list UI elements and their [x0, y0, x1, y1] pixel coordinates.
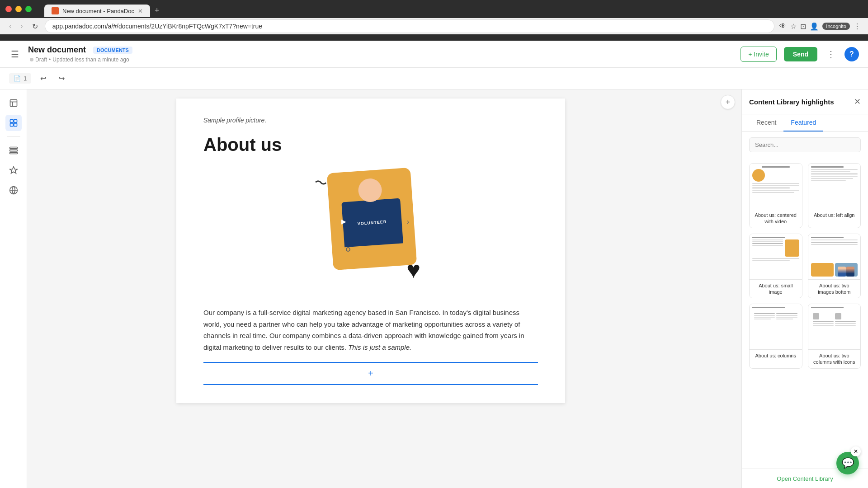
document-page: Sample profile picture. About us 〜: [176, 99, 565, 403]
template-thumb-4: [808, 234, 861, 279]
updated-text: Updated less than a minute ago: [52, 56, 129, 63]
about-image-container: 〜 VOLUNTEER: [203, 166, 538, 292]
svg-rect-5: [10, 123, 13, 127]
squiggle-decoration: 〜: [313, 174, 328, 193]
svg-rect-4: [14, 120, 17, 123]
sample-caption: Sample profile picture.: [203, 117, 538, 124]
page-number: 1: [24, 75, 27, 82]
privacy-icon: 👁: [779, 22, 787, 30]
active-tab[interactable]: New document - PandaDoc ✕: [44, 5, 150, 17]
close-window-button[interactable]: [5, 6, 12, 12]
sidebar-icon-grid[interactable]: [5, 182, 22, 198]
template-card-3[interactable]: About us: small image: [749, 234, 802, 299]
split-view-icon: ⊡: [800, 22, 806, 31]
about-body-text: Our company is a full-service digital ma…: [203, 307, 538, 353]
status-dot: [30, 58, 33, 61]
back-button[interactable]: ‹: [7, 20, 13, 32]
document-canvas: Sample profile picture. About us 〜: [27, 89, 714, 488]
reload-button[interactable]: ↻: [30, 20, 40, 33]
template-thumb-5: [750, 304, 802, 349]
forward-button[interactable]: ›: [19, 20, 24, 32]
minimize-window-button[interactable]: [15, 6, 22, 12]
undo-button[interactable]: ↩: [37, 71, 50, 85]
draft-status: Draft: [35, 56, 47, 63]
incognito-badge: Incognito: [822, 23, 850, 30]
tab-recent[interactable]: Recent: [749, 114, 783, 131]
template-grid: About us: centered with video: [749, 163, 861, 369]
chevron-icon: ›: [407, 218, 409, 226]
template-label-3: About us: small image: [750, 279, 802, 298]
search-input[interactable]: [749, 137, 861, 152]
window-controls: [5, 6, 32, 12]
browser-chrome: New document - PandaDoc ✕ + ‹ › ↻ 👁 ☆ ⊡ …: [0, 0, 868, 41]
add-plus-icon: +: [368, 368, 373, 379]
about-heading: About us: [203, 135, 538, 155]
page-icon: 📄: [14, 75, 21, 82]
redo-button[interactable]: ↪: [55, 71, 68, 85]
panel-close-button[interactable]: ✕: [854, 97, 861, 107]
template-thumb-1: [750, 164, 802, 209]
template-label-5: About us: columns: [750, 349, 802, 361]
add-content-button[interactable]: +: [721, 95, 735, 109]
hamburger-menu-button[interactable]: ☰: [9, 47, 21, 61]
template-label-6: About us: two columns with icons: [808, 349, 861, 368]
volunteer-text: VOLUNTEER: [358, 220, 387, 226]
document-title: New document: [28, 45, 86, 55]
volunteer-card: VOLUNTEER: [327, 168, 417, 270]
bookmark-icon: ☆: [790, 22, 797, 31]
title-bar: New document - PandaDoc ✕ +: [0, 0, 868, 18]
url-field[interactable]: [45, 20, 774, 33]
app-header: ☰ New document DOCUMENTS Draft • Updated…: [0, 41, 868, 68]
maximize-window-button[interactable]: [25, 6, 32, 12]
dot-decoration: [346, 247, 350, 252]
toolbar: 📄 1 ↩ ↪: [0, 68, 868, 89]
help-button[interactable]: ?: [844, 47, 859, 61]
address-bar: ‹ › ↻ 👁 ☆ ⊡ 👤 Incognito ⋮: [0, 18, 868, 34]
template-card-1[interactable]: About us: centered with video: [749, 163, 802, 228]
separator: •: [49, 56, 51, 63]
sidebar-icon-blocks[interactable]: [5, 142, 22, 159]
svg-rect-6: [14, 123, 17, 127]
add-block-row[interactable]: +: [203, 362, 538, 385]
panel-search: [742, 132, 868, 158]
svg-rect-3: [10, 120, 13, 123]
template-thumb-2: [808, 164, 861, 209]
page-indicator: 📄 1: [9, 73, 31, 84]
svg-rect-7: [9, 147, 17, 149]
template-card-5[interactable]: About us: columns: [749, 304, 802, 369]
tab-bar: New document - PandaDoc ✕ +: [39, 1, 169, 17]
main-area: Sample profile picture. About us 〜: [0, 89, 868, 488]
profile-icon: 👤: [810, 22, 819, 31]
app: ☰ New document DOCUMENTS Draft • Updated…: [0, 41, 868, 488]
tab-favicon: [52, 7, 59, 14]
template-card-4[interactable]: About us: two images bottom: [808, 234, 861, 299]
template-card-6[interactable]: About us: two columns with icons: [808, 304, 861, 369]
sidebar-icon-content[interactable]: [5, 115, 22, 131]
svg-rect-8: [9, 150, 17, 151]
more-options-button[interactable]: ⋮: [825, 47, 837, 61]
panel-tabs: Recent Featured: [742, 114, 868, 132]
sidebar-divider: [7, 136, 20, 137]
sidebar-icon-fields[interactable]: [5, 162, 22, 178]
invite-button[interactable]: + Invite: [741, 47, 777, 62]
canvas-right-bar: +: [714, 89, 741, 488]
template-card-2[interactable]: About us: left align: [808, 163, 861, 228]
sample-note: This is just a sample.: [348, 343, 411, 351]
panel-content: About us: centered with video: [742, 158, 868, 469]
tab-label: New document - PandaDoc: [62, 8, 134, 14]
panel-title: Content Library highlights: [749, 98, 834, 106]
content-library-panel: Content Library highlights ✕ Recent Feat…: [741, 89, 868, 488]
new-tab-button[interactable]: +: [151, 4, 163, 17]
close-chat-button[interactable]: ✕: [851, 446, 861, 456]
documents-badge: DOCUMENTS: [93, 47, 132, 54]
template-label-2: About us: left align: [808, 209, 861, 221]
tab-close-button[interactable]: ✕: [138, 8, 143, 14]
sidebar-icon-pages[interactable]: [5, 95, 22, 111]
send-button[interactable]: Send: [784, 47, 817, 61]
about-image: 〜 VOLUNTEER: [307, 166, 434, 292]
tab-featured[interactable]: Featured: [783, 114, 823, 131]
open-library-link[interactable]: Open Content Library: [777, 475, 833, 482]
template-label-4: About us: two images bottom: [808, 279, 861, 298]
play-button-icon: ▶: [341, 218, 346, 225]
extensions-icon: ⋮: [854, 22, 861, 31]
